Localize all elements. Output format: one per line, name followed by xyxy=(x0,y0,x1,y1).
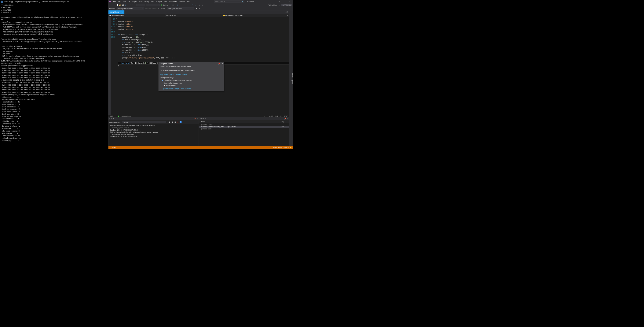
menu-git[interactable]: Git xyxy=(127,1,131,3)
out-icon-2[interactable]: ≣ xyxy=(172,121,173,123)
out-icon-3[interactable]: ≣ xyxy=(174,121,176,123)
console-title-text: C:\MSDN\cpp-docs-pr\docs\c-language\ASAN… xyxy=(4,1,69,3)
feedback-icon[interactable]: ☺ xyxy=(278,4,280,6)
menu-tools[interactable]: Tools xyxy=(163,1,168,3)
nav-prev-icon[interactable]: ◂ xyxy=(264,115,265,117)
nav-back-icon[interactable]: ◦ xyxy=(109,4,111,6)
save-icon[interactable]: 💾 xyxy=(122,4,124,6)
code-editor[interactable]: 1 2 3 4 5 6 7 8 9 10 11 12 13 14 15 16 1… xyxy=(108,17,289,115)
debug-target-icon[interactable]: 🖥 xyxy=(172,4,174,6)
out-icon-1[interactable]: ≣ xyxy=(168,121,170,123)
exception-pin-icon[interactable]: 📌 xyxy=(218,63,220,65)
chevron-down-icon[interactable]: ▾ xyxy=(160,77,160,78)
menu-extensions[interactable]: Extensions xyxy=(168,1,178,3)
play-icon xyxy=(162,4,162,6)
menu-window[interactable]: Window xyxy=(178,1,186,3)
maximize-button[interactable]: ▢ xyxy=(283,1,286,3)
menu-edit[interactable]: Edit xyxy=(117,1,122,3)
menu-debug[interactable]: Debug xyxy=(144,1,150,3)
callstack-row[interactable]: [External Code] xyxy=(199,128,289,130)
side-rail: Solution Explorer Team Explorer xyxy=(289,11,293,146)
fullscreen-icon[interactable]: ⛶ xyxy=(286,11,288,13)
process-combo[interactable]: [28056] example2.exe▼ xyxy=(117,8,144,10)
dbg-icon-1[interactable]: ⚑ xyxy=(196,8,198,10)
output-text[interactable]: RichNav Information: 0 : No workspace fo… xyxy=(108,124,198,146)
tab-close-icon[interactable]: ✕ xyxy=(122,12,123,13)
out-icon-5[interactable]: ⎙ xyxy=(180,121,182,123)
eol-status: CRLF xyxy=(284,115,288,117)
copy-details-link[interactable]: Copy Details xyxy=(160,74,168,76)
start-liveshare-link[interactable]: Start Live Share session... xyxy=(170,74,188,76)
cs-pin-icon[interactable]: 📌 xyxy=(284,118,286,120)
callstack-row[interactable]: ➜example2.exe!main(int argc, char * * ar… xyxy=(199,126,289,128)
close-button[interactable]: ✕ xyxy=(288,1,291,3)
output-pin-icon[interactable]: 📌 xyxy=(194,118,196,120)
callstack-row[interactable]: [External Code] xyxy=(199,124,289,126)
new-icon[interactable]: 📄 xyxy=(116,4,118,6)
restart-icon[interactable]: ⟲ xyxy=(182,4,184,6)
stop-debug-icon[interactable]: ■ xyxy=(179,4,181,6)
redo-icon[interactable]: ↷ xyxy=(132,4,134,6)
menu-file[interactable]: File xyxy=(112,1,117,3)
nav-scope1[interactable]: 📄 Miscellaneous Files▼ xyxy=(108,14,165,17)
output-dropdown-icon[interactable]: ▾ xyxy=(192,118,193,120)
thread-combo[interactable]: [11916] Main Thread▼ xyxy=(167,8,194,10)
solution-dropdown-icon[interactable]: ▾ xyxy=(285,11,286,13)
lifecycle-label: Lifecycle Events xyxy=(146,8,157,10)
open-icon[interactable]: 📂 xyxy=(119,4,121,6)
step-into-icon[interactable]: ↓ xyxy=(189,4,191,6)
config-combo[interactable] xyxy=(136,4,145,6)
nav-scope2[interactable]: (Global Scope)▼ xyxy=(165,14,222,17)
issues-status: No issues found xyxy=(121,115,131,117)
show-next-icon[interactable]: → xyxy=(186,4,188,6)
fold-gutter[interactable]: ⊟ ⊟ xyxy=(116,17,118,115)
output-source-combo[interactable]: RichNav▼ xyxy=(122,121,166,123)
undo-icon[interactable]: ↶ xyxy=(129,4,131,6)
notifications-icon[interactable]: 🔔 xyxy=(290,146,292,148)
platform-combo[interactable] xyxy=(146,4,160,6)
cs-header-name[interactable]: Name xyxy=(201,121,281,123)
menu-project[interactable]: Project xyxy=(131,1,138,3)
cs-close-icon[interactable]: ✕ xyxy=(287,118,288,120)
console-titlebar[interactable]: C:\MSDN\cpp-docs-pr\docs\c-language\ASAN… xyxy=(0,0,108,4)
edit-conditions-link[interactable]: Edit Conditions xyxy=(181,88,191,90)
step-out-icon[interactable]: ↑ xyxy=(194,4,196,6)
nav-fwd-icon[interactable]: → xyxy=(112,4,114,6)
dbg-icon-2[interactable]: ⎋ xyxy=(199,8,201,10)
nav-next-icon[interactable]: ▸ xyxy=(267,115,268,117)
menu-build[interactable]: Build xyxy=(138,1,143,3)
add-source-control[interactable]: ↑ Add to Source Control ▴ xyxy=(272,146,288,148)
exe-checkbox[interactable] xyxy=(164,85,165,87)
nav-scope3[interactable]: 🟨 main(int argc, char ** argv)▼ xyxy=(222,14,289,17)
cs-header-lang[interactable]: Lang xyxy=(281,121,289,123)
minimize-button[interactable]: — xyxy=(278,1,281,3)
zoom-level[interactable]: 111 % xyxy=(110,115,114,117)
console-output[interactable]: AAA: 004AFB00 y: 004AFB30 z: 004AFB60 p:… xyxy=(0,4,108,142)
tool-icon-a[interactable]: ⎌ xyxy=(199,4,201,6)
liveshare-button[interactable]: 🛰 Live Share xyxy=(268,4,277,6)
exception-msg: Address Sanitizer Error: Stack buffer ov… xyxy=(160,66,223,68)
pin-icon[interactable]: 📌 xyxy=(120,12,122,13)
menu-view[interactable]: View xyxy=(122,1,127,3)
file-tab[interactable]: example2.cpp 📌 ✕ xyxy=(108,11,124,14)
menu-help[interactable]: Help xyxy=(186,1,191,3)
continue-button[interactable]: Continue▼ xyxy=(160,4,171,6)
visual-studio-window: FileEditViewGitProjectBuildDebugTestAnal… xyxy=(108,0,293,149)
break-checkbox[interactable] xyxy=(162,80,163,81)
solution-explorer-tab[interactable]: Solution Explorer xyxy=(292,73,293,84)
callstack-title: Call Stack xyxy=(200,118,206,120)
output-close-icon[interactable]: ✕ xyxy=(196,118,198,120)
saveall-icon[interactable]: 🗎 xyxy=(125,4,127,6)
out-icon-4[interactable]: ✖ xyxy=(177,121,179,123)
menu-analyze[interactable]: Analyze xyxy=(155,1,163,3)
break-all-icon[interactable]: ⏸ xyxy=(176,4,178,6)
thread-label: Thread: xyxy=(160,8,166,10)
open-exception-settings-link[interactable]: Open Exception Settings xyxy=(162,88,179,90)
search-input[interactable]: Search (Ctrl+Q) 🔍 xyxy=(214,1,244,3)
cs-dropdown-icon[interactable]: ▾ xyxy=(282,118,283,120)
menu-test[interactable]: Test xyxy=(150,1,155,3)
step-over-icon[interactable]: ↷ xyxy=(192,4,194,6)
debug-toolbar: Process: [28056] example2.exe▼ Lifecycle… xyxy=(108,7,293,10)
exception-close-icon[interactable]: ✕ xyxy=(222,63,223,65)
tool-icon-b[interactable]: ⎆ xyxy=(202,4,204,6)
